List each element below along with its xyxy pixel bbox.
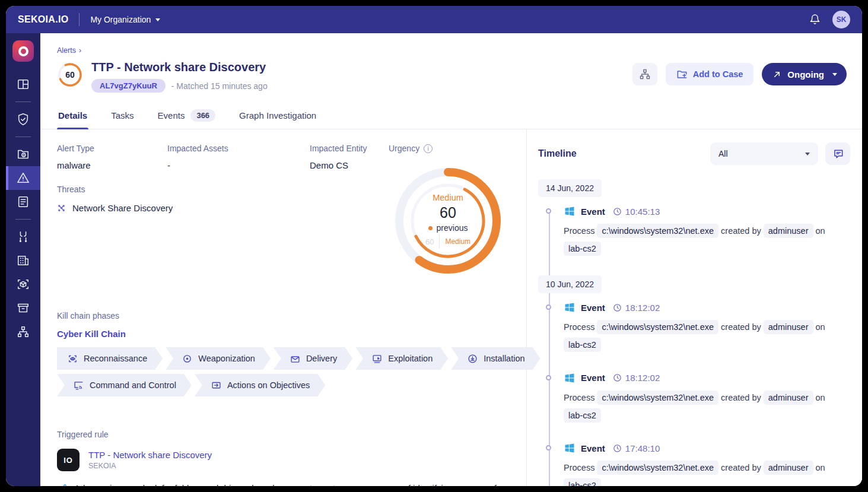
tab-details-label: Details	[58, 110, 87, 120]
tab-bar: Details Tasks Events 366 Graph Investiga…	[40, 104, 862, 129]
killchain-phase-reconnaissance[interactable]: Reconnaissance	[57, 347, 163, 370]
urgency-widget: Urgency i	[389, 144, 514, 280]
user-chip[interactable]: adminuser	[764, 320, 813, 334]
alert-score-badge: 60	[57, 62, 83, 88]
killchain-label: Kill chain phases	[57, 311, 514, 320]
sidebar-item-alerts[interactable]	[6, 166, 40, 190]
urgency-label: Urgency	[389, 144, 419, 153]
killchain-phase-exploitation[interactable]: Exploitation	[355, 347, 448, 370]
breadcrumb-alerts-link[interactable]: Alerts	[57, 46, 76, 55]
host-chip[interactable]: lab-cs2	[564, 478, 601, 486]
status-ongoing-button[interactable]: Ongoing	[762, 63, 847, 85]
host-chip[interactable]: lab-cs2	[564, 242, 601, 256]
killchain-name-link[interactable]: Cyber Kill Chain	[57, 329, 514, 339]
urgency-level: Medium	[433, 193, 463, 202]
tab-graph-investigation[interactable]: Graph Investigation	[238, 104, 317, 129]
reconnaissance-eye-icon	[68, 354, 78, 364]
clock-icon	[613, 444, 622, 453]
windows-logo-icon	[564, 442, 576, 454]
sidebar-item-sandbox[interactable]	[6, 272, 40, 296]
info-icon[interactable]: i	[424, 144, 433, 153]
host-chip[interactable]: lab-cs2	[564, 408, 601, 423]
tab-details[interactable]: Details	[57, 104, 88, 129]
timeline-event[interactable]: Event 10:45:13 Process c:\windows\s	[538, 205, 850, 258]
process-path-chip[interactable]: c:\windows\system32\net.exe	[597, 224, 718, 238]
logo-ring	[18, 46, 28, 56]
killchain-phase-delivery[interactable]: Delivery	[274, 347, 352, 370]
alert-id-pill[interactable]: AL7vgZ7yKuuR	[91, 79, 166, 93]
exploitation-monitor-icon	[372, 354, 382, 364]
add-to-case-button[interactable]: Add to Case	[666, 63, 754, 85]
event-label: Event	[581, 443, 605, 453]
timeline-node-icon	[546, 304, 551, 310]
impacted-entity-label: Impacted Entity	[310, 144, 389, 153]
process-path-chip[interactable]: c:\windows\system32\net.exe	[597, 461, 718, 475]
created-by-label: created by	[721, 463, 761, 472]
event-label: Event	[581, 207, 605, 217]
process-path-chip[interactable]: c:\windows\system32\net.exe	[597, 391, 718, 405]
actions-objectives-icon	[211, 380, 221, 391]
user-avatar[interactable]: SK	[832, 11, 850, 28]
timeline-group: 14 Jun, 2022 Event 10:4	[538, 179, 850, 258]
sekoia-rule-logo: IO	[57, 449, 80, 471]
host-chip[interactable]: lab-cs2	[564, 338, 601, 352]
sidebar-item-archive[interactable]	[6, 296, 40, 320]
sidebar-item-security[interactable]	[6, 107, 40, 131]
comments-button[interactable]	[825, 142, 850, 165]
impacted-assets-label: Impacted Assets	[167, 144, 310, 153]
timeline-title: Timeline	[538, 148, 577, 159]
tab-tasks-label: Tasks	[111, 110, 133, 120]
killchain-phase-weaponization[interactable]: Weaponization	[166, 347, 271, 370]
timeline-event[interactable]: Event 18:12:02 Process c:\windows\s	[538, 301, 850, 354]
sidebar-item-intelligence[interactable]	[6, 142, 40, 166]
chevron-right-icon: ›	[79, 46, 81, 55]
sidebar-divider	[15, 219, 31, 220]
killchain-phase-command-and-control[interactable]: Command and Control	[57, 374, 192, 396]
process-label: Process	[564, 322, 594, 332]
phase-label: Delivery	[306, 354, 337, 363]
previous-dot-icon	[428, 226, 433, 230]
created-by-label: created by	[721, 393, 761, 402]
status-label: Ongoing	[787, 69, 824, 80]
user-chip[interactable]: adminuser	[764, 224, 813, 238]
urgency-previous-level: Medium	[445, 237, 470, 246]
arrow-up-right-icon	[772, 70, 781, 79]
brand-logo-text: SEKOIA.IO	[18, 14, 68, 25]
sidebar-item-dashboard[interactable]	[6, 72, 40, 96]
process-label: Process	[564, 226, 594, 236]
timeline-event[interactable]: Event 18:12:02 Process c:\windows\s	[538, 372, 850, 424]
timeline-event[interactable]: Event 17:48:10 Process c:\windows\s	[538, 442, 850, 486]
urgency-value: 60	[440, 204, 456, 221]
sidebar-item-network[interactable]	[6, 320, 40, 344]
graph-view-button[interactable]	[632, 63, 657, 85]
created-by-label: created by	[721, 226, 761, 236]
killchain-phase-actions-on-objectives[interactable]: Actions on Objectives	[195, 374, 325, 396]
archive-box-icon	[17, 301, 30, 315]
sidebar-item-organization[interactable]	[6, 249, 40, 272]
app-window: SEKOIA.IO My Organization SK	[6, 6, 862, 486]
tab-tasks[interactable]: Tasks	[110, 104, 135, 129]
threat-list-item[interactable]: Network Share Discovery	[57, 203, 389, 213]
timeline-node-icon	[546, 445, 551, 450]
timeline-filter-select[interactable]: All	[710, 142, 818, 165]
sekoia-logo[interactable]	[12, 40, 34, 62]
page-title: TTP - Network share Discovery	[91, 61, 632, 74]
rule-vendor: SEKOIA	[88, 462, 212, 470]
organization-switcher[interactable]: My Organization	[90, 15, 160, 24]
notifications-bell-icon[interactable]	[809, 14, 821, 26]
killchain-phase-installation[interactable]: Installation	[451, 347, 540, 370]
sidebar-item-intakes[interactable]	[6, 225, 40, 249]
chevron-down-icon	[832, 73, 837, 76]
triggered-rule-label: Triggered rule	[57, 430, 514, 439]
sidebar-divider	[15, 137, 31, 137]
sidebar-item-rules[interactable]	[6, 190, 40, 214]
tab-events-label: Events	[158, 110, 185, 120]
phase-label: Installation	[484, 354, 524, 363]
user-chip[interactable]: adminuser	[764, 461, 813, 475]
tab-events[interactable]: Events 366	[157, 104, 217, 129]
user-chip[interactable]: adminuser	[764, 391, 813, 405]
rule-name-link[interactable]: TTP - Network share Discovery	[88, 450, 212, 460]
process-path-chip[interactable]: c:\windows\system32\net.exe	[597, 320, 718, 334]
page-header: Alerts › 60 TTP - Network share Discover…	[40, 33, 862, 93]
weaponization-target-icon	[182, 354, 192, 364]
